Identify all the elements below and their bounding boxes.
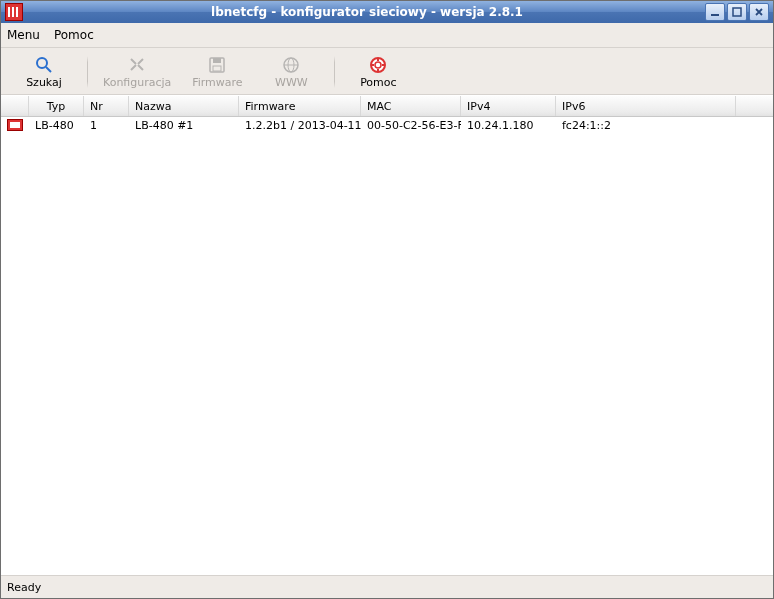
save-icon bbox=[208, 56, 226, 74]
toolbar-separator bbox=[334, 56, 335, 88]
window: lbnetcfg - konfigurator sieciowy - wersj… bbox=[0, 0, 774, 599]
cell-firmware: 1.2.2b1 / 2013-04-11 bbox=[239, 119, 361, 132]
svg-line-3 bbox=[46, 67, 51, 72]
toolbar-pomoc-button[interactable]: Pomoc bbox=[341, 49, 415, 95]
window-buttons bbox=[705, 3, 769, 21]
window-title: lbnetcfg - konfigurator sieciowy - wersj… bbox=[29, 5, 705, 19]
column-typ[interactable]: Typ bbox=[29, 96, 84, 116]
svg-point-2 bbox=[37, 58, 47, 68]
menu-menu[interactable]: Menu bbox=[7, 28, 40, 42]
cell-ipv4: 10.24.1.180 bbox=[461, 119, 556, 132]
column-ipv4[interactable]: IPv4 bbox=[461, 96, 556, 116]
maximize-icon bbox=[732, 7, 742, 17]
svg-rect-6 bbox=[213, 66, 221, 71]
titlebar[interactable]: lbnetcfg - konfigurator sieciowy - wersj… bbox=[1, 1, 773, 23]
cell-nr: 1 bbox=[84, 119, 129, 132]
search-icon bbox=[35, 56, 53, 74]
tools-icon bbox=[128, 56, 146, 74]
status-text: Ready bbox=[7, 581, 41, 594]
toolbar-www-label: WWW bbox=[275, 76, 308, 89]
cell-typ: LB-480 bbox=[29, 119, 84, 132]
toolbar-firmware-button: Firmware bbox=[180, 49, 254, 95]
cell-ipv6: fc24:1::2 bbox=[556, 119, 736, 132]
device-list: Typ Nr Nazwa Firmware MAC IPv4 IPv6 LB-4… bbox=[1, 95, 773, 575]
menubar: Menu Pomoc bbox=[1, 23, 773, 48]
app-icon bbox=[5, 3, 23, 21]
svg-rect-1 bbox=[733, 8, 741, 16]
menu-pomoc[interactable]: Pomoc bbox=[54, 28, 94, 42]
column-nr[interactable]: Nr bbox=[84, 96, 129, 116]
maximize-button[interactable] bbox=[727, 3, 747, 21]
lifebuoy-icon bbox=[369, 56, 387, 74]
toolbar: Szukaj Konfiguracja Firmware WWW bbox=[1, 48, 773, 95]
column-rest bbox=[736, 96, 773, 116]
table-row[interactable]: LB-480 1 LB-480 #1 1.2.2b1 / 2013-04-11 … bbox=[1, 116, 773, 134]
table-header: Typ Nr Nazwa Firmware MAC IPv4 IPv6 bbox=[1, 96, 773, 117]
toolbar-www-button: WWW bbox=[254, 49, 328, 95]
close-icon bbox=[754, 7, 764, 17]
svg-rect-0 bbox=[711, 14, 719, 16]
column-icon[interactable] bbox=[1, 96, 29, 116]
close-button[interactable] bbox=[749, 3, 769, 21]
svg-rect-5 bbox=[213, 58, 221, 63]
device-icon bbox=[7, 119, 23, 131]
toolbar-firmware-label: Firmware bbox=[192, 76, 242, 89]
column-firmware[interactable]: Firmware bbox=[239, 96, 361, 116]
statusbar: Ready bbox=[1, 575, 773, 598]
toolbar-szukaj-button[interactable]: Szukaj bbox=[7, 49, 81, 95]
toolbar-szukaj-label: Szukaj bbox=[26, 76, 62, 89]
toolbar-pomoc-label: Pomoc bbox=[360, 76, 396, 89]
cell-mac: 00-50-C2-56-E3-F2 bbox=[361, 119, 461, 132]
toolbar-konfiguracja-label: Konfiguracja bbox=[103, 76, 171, 89]
cell-nazwa: LB-480 #1 bbox=[129, 119, 239, 132]
globe-icon bbox=[282, 56, 300, 74]
table-body[interactable]: LB-480 1 LB-480 #1 1.2.2b1 / 2013-04-11 … bbox=[1, 116, 773, 575]
minimize-button[interactable] bbox=[705, 3, 725, 21]
minimize-icon bbox=[710, 7, 720, 17]
toolbar-konfiguracja-button: Konfiguracja bbox=[94, 49, 180, 95]
column-nazwa[interactable]: Nazwa bbox=[129, 96, 239, 116]
svg-point-11 bbox=[375, 62, 381, 68]
column-ipv6[interactable]: IPv6 bbox=[556, 96, 736, 116]
toolbar-separator bbox=[87, 56, 88, 88]
column-mac[interactable]: MAC bbox=[361, 96, 461, 116]
